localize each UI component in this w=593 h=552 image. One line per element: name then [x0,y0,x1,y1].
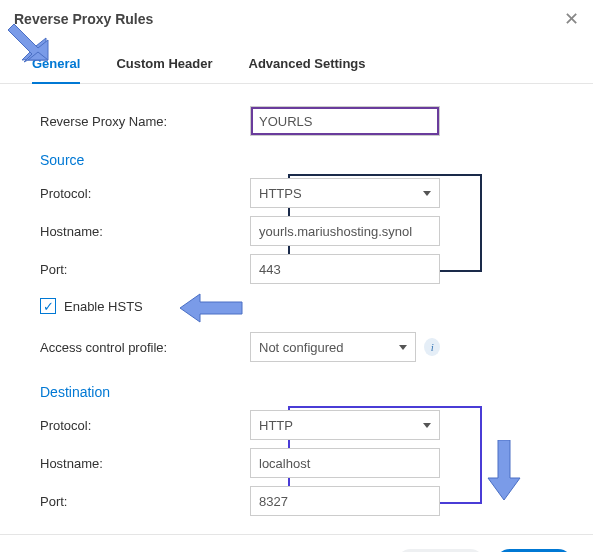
row-dst-hostname: Hostname: localhost [40,444,569,482]
row-name: Reverse Proxy Name: YOURLS [40,102,569,140]
dst-port-input[interactable]: 8327 [250,486,440,516]
dialog-footer: Cancel Save [0,534,593,552]
dialog-title: Reverse Proxy Rules [14,11,153,27]
enable-hsts-label: Enable HSTS [64,299,143,314]
tabs: General Custom Header Advanced Settings [0,46,593,84]
dst-port-value: 8327 [259,494,288,509]
source-section-title: Source [40,152,569,168]
src-port-value: 443 [259,262,281,277]
row-acp: Access control profile: Not configured i [40,328,569,366]
src-protocol-value: HTTPS [259,186,302,201]
dst-port-label: Port: [40,494,250,509]
row-src-port: Port: 443 [40,250,569,288]
acp-select[interactable]: Not configured [250,332,416,362]
enable-hsts-checkbox[interactable]: ✓ [40,298,56,314]
info-icon[interactable]: i [424,338,440,356]
chevron-down-icon [399,345,407,350]
dst-hostname-value: localhost [259,456,310,471]
acp-label: Access control profile: [40,340,250,355]
dst-protocol-label: Protocol: [40,418,250,433]
src-protocol-label: Protocol: [40,186,250,201]
dst-protocol-value: HTTP [259,418,293,433]
src-hostname-label: Hostname: [40,224,250,239]
name-input-value: YOURLS [259,114,312,129]
row-src-protocol: Protocol: HTTPS [40,174,569,212]
destination-section-title: Destination [40,384,569,400]
source-group: Protocol: HTTPS Hostname: yourls.mariush… [40,174,569,288]
chevron-down-icon [423,423,431,428]
dst-hostname-input[interactable]: localhost [250,448,440,478]
row-src-hostname: Hostname: yourls.mariushosting.synol [40,212,569,250]
dialog-header: Reverse Proxy Rules ✕ [0,0,593,36]
row-dst-port: Port: 8327 [40,482,569,520]
reverse-proxy-dialog: Reverse Proxy Rules ✕ General Custom Hea… [0,0,593,552]
dst-protocol-select[interactable]: HTTP [250,410,440,440]
src-port-label: Port: [40,262,250,277]
svg-marker-0 [180,294,242,322]
src-hostname-input[interactable]: yourls.mariushosting.synol [250,216,440,246]
hsts-row: ✓ Enable HSTS [40,298,569,314]
tab-custom-header[interactable]: Custom Header [98,46,230,83]
dialog-body: Reverse Proxy Name: YOURLS Source Protoc… [0,84,593,528]
name-input[interactable]: YOURLS [250,106,440,136]
tab-advanced-settings[interactable]: Advanced Settings [231,46,384,83]
annotation-arrow-hsts [180,290,250,326]
src-hostname-value: yourls.mariushosting.synol [259,224,412,239]
acp-value: Not configured [259,340,344,355]
chevron-down-icon [423,191,431,196]
src-protocol-select[interactable]: HTTPS [250,178,440,208]
close-icon[interactable]: ✕ [564,10,579,28]
row-dst-protocol: Protocol: HTTP [40,406,569,444]
src-port-input[interactable]: 443 [250,254,440,284]
tab-general[interactable]: General [14,46,98,83]
destination-group: Protocol: HTTP Hostname: localhost Po [40,406,569,520]
name-label: Reverse Proxy Name: [40,114,250,129]
dst-hostname-label: Hostname: [40,456,250,471]
